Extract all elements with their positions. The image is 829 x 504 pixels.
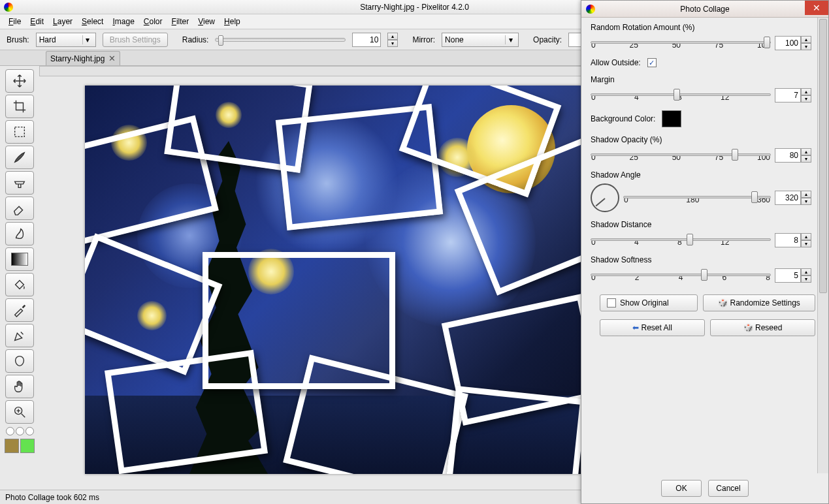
dialog-titlebar[interactable]: Photo Collage ✕ — [581, 1, 828, 18]
chevron-down-icon: ▾ — [505, 35, 515, 44]
shadow-distance-value[interactable]: 8 — [775, 233, 801, 247]
shadow-opacity-value[interactable]: 80 — [775, 148, 801, 163]
close-icon[interactable]: ✕ — [108, 54, 116, 63]
menu-filter[interactable]: Filter — [169, 15, 193, 28]
eraser-tool[interactable] — [5, 197, 34, 220]
shadow-distance-spinner[interactable]: ▴▾ — [801, 233, 811, 247]
dialog-close-button[interactable]: ✕ — [805, 1, 828, 15]
margin-spinner[interactable]: ▴▾ — [801, 88, 811, 102]
app-logo-icon — [4, 3, 13, 12]
randomize-label: Randomize Settings — [730, 298, 800, 307]
radius-value[interactable]: 10 — [352, 33, 381, 47]
dialog-footer: OK Cancel — [581, 473, 828, 503]
ok-button[interactable]: OK — [661, 480, 702, 497]
shadow-opacity-group: Shadow Opacity (%) 0 25 50 75 100 80▴▾ — [591, 135, 824, 163]
background-swatch[interactable] — [20, 439, 35, 453]
shadow-distance-group: Shadow Distance 0 4 8 12 8▴▾ — [591, 220, 824, 247]
clone-tool[interactable] — [5, 171, 34, 195]
radius-spinner[interactable]: ▴▾ — [387, 33, 398, 47]
document-tab[interactable]: Starry-Night.jpg ✕ — [46, 51, 120, 65]
shadow-angle-dial[interactable] — [591, 183, 619, 212]
rotation-spinner[interactable]: ▴▾ — [801, 36, 811, 50]
swatch[interactable] — [16, 427, 24, 435]
margin-group: Margin 0 4 8 12 7▴▾ — [591, 75, 824, 102]
shadow-angle-label: Shadow Angle — [591, 170, 811, 180]
shadow-angle-group: Shadow Angle 0 180 360 320▴▾ — [591, 170, 824, 212]
toolbox — [0, 66, 39, 490]
paint-bucket-tool[interactable] — [5, 273, 34, 296]
reseed-button[interactable]: 🎲 Reseed — [710, 319, 815, 336]
photo-collage-dialog: Photo Collage ✕ Random Rotation Amount (… — [581, 0, 829, 504]
shadow-opacity-slider[interactable]: 0 25 50 75 100 — [591, 149, 771, 162]
show-original-checkbox[interactable] — [607, 298, 616, 307]
smudge-tool[interactable] — [5, 222, 34, 245]
shadow-angle-value[interactable]: 320 — [775, 191, 801, 205]
mirror-select-value: None — [445, 35, 464, 44]
margin-slider[interactable]: 0 4 8 12 — [591, 89, 771, 102]
reset-label: Reset All — [641, 323, 672, 332]
svg-rect-0 — [15, 127, 25, 137]
menu-select[interactable]: Select — [78, 15, 106, 28]
reset-all-button[interactable]: ⬅ Reset All — [600, 319, 705, 336]
arrow-left-icon: ⬅ — [632, 323, 641, 332]
menu-edit[interactable]: Edit — [27, 15, 47, 28]
shadow-softness-slider[interactable]: 0 2 4 6 8 — [591, 269, 771, 282]
move-tool[interactable] — [5, 69, 34, 93]
menu-layer[interactable]: Layer — [50, 15, 76, 28]
brush-select[interactable]: Hard ▾ — [36, 33, 96, 47]
swatch[interactable] — [6, 427, 14, 435]
status-message: Photo Collage took 602 ms — [5, 493, 99, 502]
bgcolor-label: Background Color: — [591, 114, 655, 123]
menu-image[interactable]: Image — [109, 15, 137, 28]
hand-tool[interactable] — [5, 375, 34, 398]
allow-outside-row: Allow Outside: ✓ — [591, 58, 824, 67]
shadow-opacity-label: Shadow Opacity (%) — [591, 135, 811, 144]
shadow-angle-spinner[interactable]: ▴▾ — [801, 191, 811, 205]
margin-label: Margin — [591, 75, 811, 84]
cancel-button[interactable]: Cancel — [708, 480, 749, 497]
menu-file[interactable]: File — [5, 15, 24, 28]
rotation-value[interactable]: 100 — [775, 36, 801, 50]
shadow-softness-spinner[interactable]: ▴▾ — [801, 268, 811, 283]
brush-tool[interactable] — [5, 146, 34, 169]
shadow-softness-label: Shadow Softness — [591, 255, 811, 264]
foreground-swatch[interactable] — [5, 439, 19, 453]
shadow-distance-label: Shadow Distance — [591, 220, 811, 229]
dialog-scrollbar[interactable] — [817, 18, 828, 473]
shadow-softness-value[interactable]: 5 — [775, 268, 801, 283]
allow-outside-checkbox[interactable]: ✓ — [647, 58, 657, 67]
selection-tool[interactable] — [5, 120, 34, 144]
zoom-tool[interactable] — [5, 400, 34, 424]
shapes-tool[interactable] — [5, 349, 34, 373]
menu-color[interactable]: Color — [140, 15, 166, 28]
dialog-row-2: ⬅ Reset All 🎲 Reseed — [591, 315, 824, 340]
dialog-row-1: Show Original 🎲 Randomize Settings — [591, 291, 824, 315]
swatch[interactable] — [25, 427, 34, 435]
rotation-slider[interactable]: 0 25 50 75 100 — [591, 37, 771, 50]
color-swatches — [5, 439, 35, 453]
bgcolor-swatch[interactable] — [662, 110, 681, 127]
brush-settings-button[interactable]: Brush Settings — [103, 33, 168, 47]
show-original-toggle[interactable]: Show Original — [600, 294, 698, 311]
menu-view[interactable]: View — [195, 15, 218, 28]
shadow-angle-slider[interactable]: 0 180 360 — [623, 191, 771, 204]
mirror-label: Mirror: — [412, 35, 435, 44]
canvas[interactable] — [85, 86, 581, 474]
randomize-button[interactable]: 🎲 Randomize Settings — [703, 294, 815, 311]
radius-label: Radius: — [182, 35, 209, 44]
menu-help[interactable]: Help — [221, 15, 244, 28]
dice-icon: 🎲 — [718, 298, 730, 307]
crop-tool[interactable] — [5, 95, 34, 118]
mirror-select[interactable]: None ▾ — [442, 33, 519, 47]
swatch-row — [6, 427, 34, 435]
shadow-distance-slider[interactable]: 0 4 8 12 — [591, 234, 771, 247]
bgcolor-row: Background Color: — [591, 110, 824, 127]
radius-slider[interactable] — [215, 38, 346, 42]
brush-label: Brush: — [7, 35, 29, 44]
color-picker-tool[interactable] — [5, 298, 34, 322]
pen-tool[interactable] — [5, 324, 34, 347]
gradient-tool[interactable] — [5, 247, 34, 271]
margin-value[interactable]: 7 — [775, 88, 801, 102]
allow-outside-label: Allow Outside: — [591, 58, 641, 67]
shadow-opacity-spinner[interactable]: ▴▾ — [801, 148, 811, 163]
